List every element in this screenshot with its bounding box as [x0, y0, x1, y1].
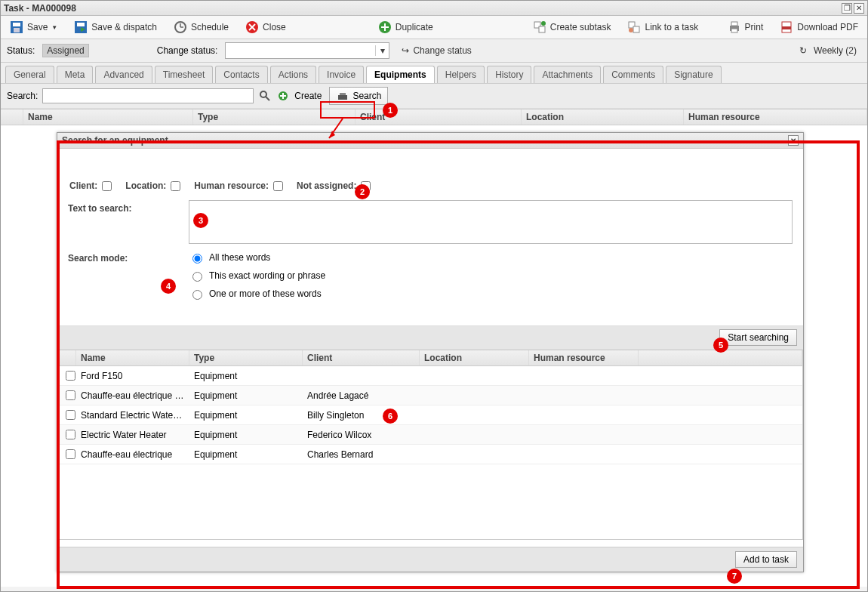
dialog-close-icon[interactable]: ✕	[788, 135, 799, 146]
notassigned-checkbox[interactable]	[361, 181, 371, 191]
print-label: Print	[745, 22, 764, 32]
row-checkbox[interactable]	[66, 410, 75, 420]
search-input[interactable]	[42, 88, 254, 103]
caret-down-icon: ▼	[51, 24, 57, 31]
close-window-icon[interactable]: ✕	[854, 3, 864, 14]
rh-location[interactable]: Location	[420, 350, 529, 365]
magnifier-icon[interactable]	[258, 89, 272, 103]
start-searching-button[interactable]: Start searching	[719, 329, 797, 346]
mode-all-radio[interactable]	[192, 254, 202, 264]
results-header: Name Type Client Location Human resource	[58, 350, 802, 366]
tab-actions[interactable]: Actions	[270, 66, 316, 83]
close-button[interactable]: Close	[241, 19, 291, 35]
create-subtask-label: Create subtask	[550, 22, 611, 32]
weekly-button[interactable]: ↻ Weekly (2)	[792, 42, 861, 59]
tab-equipments[interactable]: Equipments	[366, 66, 435, 83]
rh-hr[interactable]: Human resource	[529, 350, 639, 365]
tab-attachments[interactable]: Attachments	[534, 66, 601, 83]
equipment-searchbar: Search: Create Search	[1, 84, 867, 109]
change-status-select[interactable]: ▾	[225, 42, 389, 59]
schedule-button[interactable]: Schedule	[169, 19, 233, 35]
maximize-icon[interactable]: ❐	[842, 3, 852, 14]
printer-icon	[728, 20, 741, 34]
download-pdf-button[interactable]: Download PDF	[775, 19, 863, 35]
results-grid: Name Type Client Location Human resource…	[57, 350, 803, 540]
create-plus-icon[interactable]	[276, 89, 290, 103]
rh-name[interactable]: Name	[76, 350, 189, 365]
gh-client[interactable]: Client	[356, 109, 522, 125]
location-checkbox[interactable]	[171, 181, 180, 191]
svg-rect-32	[340, 93, 346, 95]
close-red-icon	[245, 20, 259, 34]
tab-contacts[interactable]: Contacts	[215, 66, 267, 83]
tab-general[interactable]: General	[5, 66, 54, 83]
duplicate-button[interactable]: Duplicate	[374, 19, 438, 35]
tab-history[interactable]: History	[487, 66, 531, 83]
gh-location[interactable]: Location	[522, 109, 684, 125]
tab-meta[interactable]: Meta	[57, 66, 94, 83]
download-pdf-label: Download PDF	[797, 22, 858, 32]
tab-helpers[interactable]: Helpers	[437, 66, 485, 83]
tab-invoice[interactable]: Invoice	[319, 66, 364, 83]
clock-icon	[174, 20, 187, 34]
create-label[interactable]: Create	[294, 91, 322, 101]
tab-comments[interactable]: Comments	[603, 66, 663, 83]
row-checkbox[interactable]	[66, 449, 75, 459]
tab-signature[interactable]: Signature	[666, 66, 721, 83]
row-name: Chauffe-eau électrique	[76, 447, 189, 462]
mode-one-or-more[interactable]: One or more of these words	[189, 288, 325, 300]
svg-rect-4	[77, 23, 85, 26]
filter-hr: Human resource:	[194, 180, 283, 191]
dialog-titlebar: Search for an equipment ✕	[57, 133, 803, 149]
text-to-search-label: Text to search:	[68, 200, 181, 214]
hr-checkbox[interactable]	[273, 181, 283, 191]
row-client: Federico Wilcox	[303, 427, 420, 442]
row-client: Charles Bernard	[303, 447, 420, 462]
content-area: Search for an equipment ✕ Client: Locati…	[1, 125, 867, 587]
tab-advanced[interactable]: Advanced	[95, 66, 152, 83]
print-button[interactable]: Print	[723, 19, 768, 35]
recurrence-icon: ↻	[796, 44, 810, 57]
subtask-icon	[533, 20, 546, 34]
searchbar-label: Search:	[7, 91, 38, 101]
main-toolbar: Save ▼ Save & dispatch Schedule Close	[1, 16, 867, 39]
mode-exact-radio[interactable]	[192, 272, 202, 282]
filter-notassigned: Not assigned:	[297, 180, 371, 191]
weekly-label: Weekly (2)	[814, 45, 857, 56]
svg-point-20	[629, 28, 633, 32]
search-mode-label: Search mode:	[68, 250, 181, 264]
rh-type[interactable]: Type	[189, 350, 303, 365]
save-dispatch-button[interactable]: Save & dispatch	[69, 19, 162, 35]
result-row[interactable]: Chauffe-eau électriqueEquipmentCharles B…	[58, 445, 802, 464]
result-row[interactable]: Chauffe-eau électrique Sta...EquipmentAn…	[58, 386, 802, 405]
mode-exact[interactable]: This exact wording or phrase	[189, 270, 325, 282]
row-checkbox[interactable]	[66, 390, 75, 400]
search-button-label: Search	[352, 91, 381, 101]
gh-hr[interactable]: Human resource	[684, 109, 867, 125]
filter-location: Location:	[125, 180, 180, 191]
result-row[interactable]: Electric Water HeaterEquipmentFederico W…	[58, 425, 802, 445]
dialog-action-bar: Start searching	[57, 325, 803, 350]
plus-green-icon	[378, 20, 392, 34]
mode-all-words[interactable]: All these words	[189, 251, 325, 264]
row-checkbox[interactable]	[66, 430, 75, 439]
change-status-label: Change status:	[157, 45, 218, 56]
search-button[interactable]: Search	[329, 87, 388, 105]
save-button[interactable]: Save ▼	[5, 19, 62, 35]
rh-client[interactable]: Client	[303, 350, 420, 365]
create-subtask-button[interactable]: Create subtask	[528, 19, 616, 35]
gh-name[interactable]: Name	[23, 109, 193, 125]
add-to-task-button[interactable]: Add to task	[735, 551, 797, 568]
change-status-button[interactable]: ↪ Change status	[397, 44, 476, 57]
gh-type[interactable]: Type	[193, 109, 356, 125]
status-value: Assigned	[42, 44, 88, 57]
result-row[interactable]: Standard Electric Water H...EquipmentBil…	[58, 405, 802, 425]
result-row[interactable]: Ford F150Equipment	[58, 366, 802, 386]
text-to-search-input[interactable]	[189, 200, 793, 244]
row-checkbox[interactable]	[66, 371, 75, 381]
tab-timesheet[interactable]: Timesheet	[155, 66, 214, 83]
client-checkbox[interactable]	[102, 181, 112, 191]
mode-one-radio[interactable]	[192, 290, 202, 300]
dialog-title: Search for an equipment	[62, 135, 168, 146]
link-task-button[interactable]: Link to a task	[623, 19, 703, 35]
